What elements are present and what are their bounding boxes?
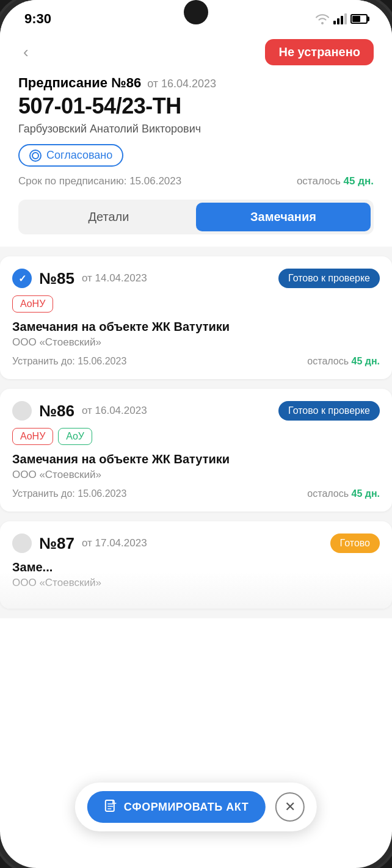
svg-rect-2 xyxy=(341,16,343,24)
remark-tags-2: АоНУ АоУ xyxy=(12,428,380,445)
remark-date-1: от 14.04.2023 xyxy=(82,272,147,284)
remark-card-1: ✓ №85 от 14.04.2023 Готово к проверке Ао… xyxy=(0,256,392,379)
form-act-label: СФОРМИРОВАТЬ АКТ xyxy=(124,801,249,814)
svg-rect-1 xyxy=(337,18,339,24)
remark-deadline-label-1: Устранить до: 15.06.2023 xyxy=(12,356,126,367)
remark-company-1: ООО «Стоевский» xyxy=(12,336,380,349)
prescription-label: Предписание №86 xyxy=(18,75,141,91)
remark-status-btn-2[interactable]: Готово к проверке xyxy=(278,401,380,421)
remark-deadline-1: Устранить до: 15.06.2023 осталось 45 дн. xyxy=(12,356,380,367)
remark-status-btn-1[interactable]: Готово к проверке xyxy=(278,269,380,288)
partial-overlay xyxy=(0,572,392,609)
signal-icon xyxy=(333,13,347,24)
close-button[interactable]: ✕ xyxy=(275,792,305,822)
tabs-container: Детали Замечания xyxy=(18,200,374,234)
checkbox-unchecked-3[interactable] xyxy=(12,533,32,553)
svg-rect-3 xyxy=(344,13,347,24)
remark-tags-1: АоНУ xyxy=(12,295,380,313)
remaining-label: осталось 45 дн. xyxy=(297,175,374,187)
document-icon xyxy=(104,800,118,814)
remark-number-3: №87 xyxy=(39,534,74,553)
notch xyxy=(184,0,208,24)
prescription-author: Гарбузовский Анатолий Викторович xyxy=(18,123,374,136)
remark-header-1: ✓ №85 от 14.04.2023 Готово к проверке xyxy=(12,269,380,288)
remark-title-2: Замечания на объекте ЖК Ватутики xyxy=(12,452,380,466)
tag-aonu-2: АоНУ xyxy=(12,428,53,445)
remark-card-2: №86 от 16.04.2023 Готово к проверке АоНУ… xyxy=(0,389,392,512)
status-time: 9:30 xyxy=(24,11,51,27)
checkmark-icon: ✓ xyxy=(18,273,26,284)
checkbox-checked-1[interactable]: ✓ xyxy=(12,269,32,288)
remarks-list: ✓ №85 от 14.04.2023 Готово к проверке Ао… xyxy=(0,247,392,618)
prescription-title-row: Предписание №86 от 16.04.2023 xyxy=(18,75,374,91)
remark-header-3: №87 от 17.04.2023 Готово xyxy=(12,533,380,553)
header: ‹ Не устранено xyxy=(0,33,392,75)
remark-remaining-value-1: 45 дн. xyxy=(351,356,380,366)
remark-card-3: №87 от 17.04.2023 Готово Заме... ООО «Ст… xyxy=(0,521,392,609)
remark-number-1: №85 xyxy=(39,269,74,288)
circle-icon xyxy=(32,152,39,159)
deadline-label: Срок по предписанию: 15.06.2023 xyxy=(18,175,181,187)
wifi-icon xyxy=(315,13,330,24)
tab-details[interactable]: Детали xyxy=(21,203,196,231)
tag-aou-2: АоУ xyxy=(58,428,92,445)
prescription-header: Предписание №86 от 16.04.2023 507-01-54/… xyxy=(18,75,374,136)
remark-deadline-2: Устранить до: 15.06.2023 осталось 45 дн. xyxy=(12,488,380,499)
remark-remaining-2: осталось 45 дн. xyxy=(307,488,380,499)
remark-company-2: ООО «Стоевский» xyxy=(12,469,380,481)
svg-point-4 xyxy=(32,153,38,159)
remark-number-2: №86 xyxy=(39,402,74,421)
checkbox-unchecked-2[interactable] xyxy=(12,401,32,421)
status-icons xyxy=(315,13,368,24)
back-button[interactable]: ‹ xyxy=(18,40,34,64)
svg-rect-0 xyxy=(333,21,336,24)
prescription-date: от 16.04.2023 xyxy=(147,78,216,90)
tag-aonu-1: АоНУ xyxy=(12,295,53,313)
prescription-content: Предписание №86 от 16.04.2023 507-01-54/… xyxy=(0,75,392,234)
bottom-action-bar: СФОРМИРОВАТЬ АКТ ✕ xyxy=(75,783,317,831)
status-badge-not-resolved[interactable]: Не устранено xyxy=(265,39,374,65)
remark-header-2: №86 от 16.04.2023 Готово к проверке xyxy=(12,401,380,421)
remaining-value: 45 дн. xyxy=(344,175,374,187)
battery-icon xyxy=(350,14,368,24)
agreed-badge-button[interactable]: Согласовано xyxy=(18,144,123,167)
form-act-button[interactable]: СФОРМИРОВАТЬ АКТ xyxy=(87,791,266,823)
agreed-text: Согласовано xyxy=(46,149,112,162)
remark-title-1: Замечания на объекте ЖК Ватутики xyxy=(12,320,380,334)
remark-date-3: от 17.04.2023 xyxy=(82,537,147,549)
remark-remaining-1: осталось 45 дн. xyxy=(307,356,380,367)
agreed-icon xyxy=(29,150,42,162)
remark-status-btn-3[interactable]: Готово xyxy=(330,533,380,553)
remark-deadline-label-2: Устранить до: 15.06.2023 xyxy=(12,488,126,499)
tab-remarks[interactable]: Замечания xyxy=(196,203,371,231)
deadline-row: Срок по предписанию: 15.06.2023 осталось… xyxy=(18,175,374,187)
prescription-number: 507-01-54/23-ТН xyxy=(18,93,374,119)
remark-date-2: от 16.04.2023 xyxy=(82,405,147,417)
remark-remaining-value-2: 45 дн. xyxy=(351,488,380,499)
phone-frame: 9:30 ‹ Не устранено xyxy=(0,0,392,868)
